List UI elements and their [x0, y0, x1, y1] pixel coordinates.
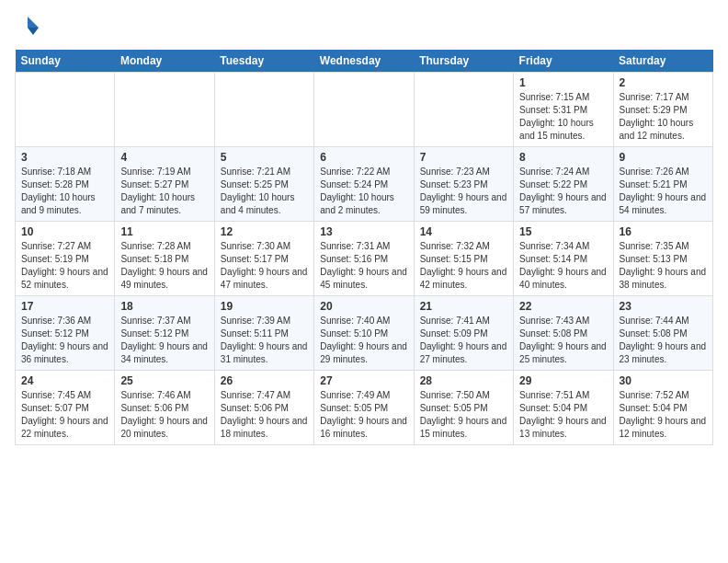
day-info: Sunrise: 7:45 AM Sunset: 5:07 PM Dayligh… — [21, 389, 108, 441]
day-number: 4 — [120, 151, 208, 164]
calendar-table: SundayMondayTuesdayWednesdayThursdayFrid… — [15, 50, 713, 445]
day-info: Sunrise: 7:35 AM Sunset: 5:13 PM Dayligh… — [620, 240, 707, 292]
day-number: 3 — [21, 151, 108, 164]
day-info: Sunrise: 7:46 AM Sunset: 5:06 PM Dayligh… — [120, 389, 208, 441]
day-cell: 25Sunrise: 7:46 AM Sunset: 5:06 PM Dayli… — [115, 371, 214, 445]
day-info: Sunrise: 7:15 AM Sunset: 5:31 PM Dayligh… — [519, 91, 607, 143]
day-cell: 1Sunrise: 7:15 AM Sunset: 5:31 PM Daylig… — [514, 73, 613, 147]
day-info: Sunrise: 7:47 AM Sunset: 5:06 PM Dayligh… — [221, 389, 308, 441]
day-number: 18 — [120, 300, 208, 313]
day-cell: 5Sunrise: 7:21 AM Sunset: 5:25 PM Daylig… — [214, 147, 313, 222]
day-number: 20 — [320, 300, 407, 313]
day-number: 11 — [120, 225, 208, 238]
day-cell — [314, 73, 414, 147]
day-info: Sunrise: 7:34 AM Sunset: 5:14 PM Dayligh… — [519, 240, 607, 292]
day-info: Sunrise: 7:43 AM Sunset: 5:08 PM Dayligh… — [519, 315, 607, 366]
day-cell: 13Sunrise: 7:31 AM Sunset: 5:16 PM Dayli… — [314, 222, 414, 296]
day-cell: 26Sunrise: 7:47 AM Sunset: 5:06 PM Dayli… — [214, 371, 313, 445]
day-number: 27 — [320, 374, 407, 387]
col-header-wednesday: Wednesday — [314, 50, 414, 73]
day-info: Sunrise: 7:37 AM Sunset: 5:12 PM Dayligh… — [120, 315, 208, 366]
col-header-thursday: Thursday — [414, 50, 513, 73]
day-info: Sunrise: 7:51 AM Sunset: 5:04 PM Dayligh… — [519, 389, 607, 441]
day-cell: 16Sunrise: 7:35 AM Sunset: 5:13 PM Dayli… — [613, 222, 712, 296]
day-cell: 23Sunrise: 7:44 AM Sunset: 5:08 PM Dayli… — [613, 296, 712, 371]
day-info: Sunrise: 7:18 AM Sunset: 5:28 PM Dayligh… — [21, 166, 108, 217]
day-number: 14 — [420, 225, 507, 238]
day-number: 28 — [420, 374, 507, 387]
day-cell: 17Sunrise: 7:36 AM Sunset: 5:12 PM Dayli… — [16, 296, 115, 371]
day-info: Sunrise: 7:49 AM Sunset: 5:05 PM Dayligh… — [320, 389, 407, 441]
day-number: 2 — [620, 76, 707, 89]
day-cell: 6Sunrise: 7:22 AM Sunset: 5:24 PM Daylig… — [314, 147, 414, 222]
day-info: Sunrise: 7:24 AM Sunset: 5:22 PM Dayligh… — [519, 166, 607, 217]
day-number: 19 — [221, 300, 308, 313]
day-cell: 8Sunrise: 7:24 AM Sunset: 5:22 PM Daylig… — [514, 147, 613, 222]
week-row-3: 10Sunrise: 7:27 AM Sunset: 5:19 PM Dayli… — [16, 222, 713, 296]
day-info: Sunrise: 7:19 AM Sunset: 5:27 PM Dayligh… — [120, 166, 208, 217]
week-row-5: 24Sunrise: 7:45 AM Sunset: 5:07 PM Dayli… — [16, 371, 713, 445]
col-header-monday: Monday — [115, 50, 214, 73]
day-cell: 4Sunrise: 7:19 AM Sunset: 5:27 PM Daylig… — [115, 147, 214, 222]
day-cell: 15Sunrise: 7:34 AM Sunset: 5:14 PM Dayli… — [514, 222, 613, 296]
day-cell: 2Sunrise: 7:17 AM Sunset: 5:29 PM Daylig… — [613, 73, 712, 147]
day-info: Sunrise: 7:44 AM Sunset: 5:08 PM Dayligh… — [620, 315, 707, 366]
day-cell: 7Sunrise: 7:23 AM Sunset: 5:23 PM Daylig… — [414, 147, 513, 222]
day-number: 25 — [120, 374, 208, 387]
day-number: 9 — [620, 151, 707, 164]
col-header-sunday: Sunday — [16, 50, 115, 73]
day-cell: 18Sunrise: 7:37 AM Sunset: 5:12 PM Dayli… — [115, 296, 214, 371]
day-number: 12 — [221, 225, 308, 238]
day-info: Sunrise: 7:23 AM Sunset: 5:23 PM Dayligh… — [420, 166, 507, 217]
day-number: 23 — [620, 300, 707, 313]
logo-icon — [15, 15, 40, 40]
day-info: Sunrise: 7:39 AM Sunset: 5:11 PM Dayligh… — [221, 315, 308, 366]
day-number: 30 — [620, 374, 707, 387]
page-header — [15, 15, 713, 40]
day-cell — [16, 73, 115, 147]
col-header-tuesday: Tuesday — [214, 50, 313, 73]
day-cell: 27Sunrise: 7:49 AM Sunset: 5:05 PM Dayli… — [314, 371, 414, 445]
svg-marker-0 — [28, 17, 39, 28]
svg-marker-1 — [28, 28, 39, 35]
day-number: 26 — [221, 374, 308, 387]
day-info: Sunrise: 7:52 AM Sunset: 5:04 PM Dayligh… — [620, 389, 707, 441]
day-number: 24 — [21, 374, 108, 387]
day-cell: 28Sunrise: 7:50 AM Sunset: 5:05 PM Dayli… — [414, 371, 513, 445]
logo — [15, 15, 44, 40]
day-info: Sunrise: 7:31 AM Sunset: 5:16 PM Dayligh… — [320, 240, 407, 292]
week-row-1: 1Sunrise: 7:15 AM Sunset: 5:31 PM Daylig… — [16, 73, 713, 147]
day-info: Sunrise: 7:22 AM Sunset: 5:24 PM Dayligh… — [320, 166, 407, 217]
day-info: Sunrise: 7:32 AM Sunset: 5:15 PM Dayligh… — [420, 240, 507, 292]
day-info: Sunrise: 7:41 AM Sunset: 5:09 PM Dayligh… — [420, 315, 507, 366]
day-info: Sunrise: 7:21 AM Sunset: 5:25 PM Dayligh… — [221, 166, 308, 217]
day-cell: 24Sunrise: 7:45 AM Sunset: 5:07 PM Dayli… — [16, 371, 115, 445]
day-info: Sunrise: 7:27 AM Sunset: 5:19 PM Dayligh… — [21, 240, 108, 292]
header-row: SundayMondayTuesdayWednesdayThursdayFrid… — [16, 50, 713, 73]
day-cell: 11Sunrise: 7:28 AM Sunset: 5:18 PM Dayli… — [115, 222, 214, 296]
day-number: 22 — [519, 300, 607, 313]
col-header-friday: Friday — [514, 50, 613, 73]
day-number: 7 — [420, 151, 507, 164]
day-cell: 29Sunrise: 7:51 AM Sunset: 5:04 PM Dayli… — [514, 371, 613, 445]
day-cell: 21Sunrise: 7:41 AM Sunset: 5:09 PM Dayli… — [414, 296, 513, 371]
day-cell: 10Sunrise: 7:27 AM Sunset: 5:19 PM Dayli… — [16, 222, 115, 296]
day-info: Sunrise: 7:40 AM Sunset: 5:10 PM Dayligh… — [320, 315, 407, 366]
day-info: Sunrise: 7:17 AM Sunset: 5:29 PM Dayligh… — [620, 91, 707, 143]
day-number: 6 — [320, 151, 407, 164]
day-cell: 19Sunrise: 7:39 AM Sunset: 5:11 PM Dayli… — [214, 296, 313, 371]
day-info: Sunrise: 7:28 AM Sunset: 5:18 PM Dayligh… — [120, 240, 208, 292]
day-cell: 20Sunrise: 7:40 AM Sunset: 5:10 PM Dayli… — [314, 296, 414, 371]
day-info: Sunrise: 7:36 AM Sunset: 5:12 PM Dayligh… — [21, 315, 108, 366]
day-number: 10 — [21, 225, 108, 238]
day-number: 1 — [519, 76, 607, 89]
day-cell: 3Sunrise: 7:18 AM Sunset: 5:28 PM Daylig… — [16, 147, 115, 222]
day-cell: 14Sunrise: 7:32 AM Sunset: 5:15 PM Dayli… — [414, 222, 513, 296]
day-number: 15 — [519, 225, 607, 238]
day-number: 21 — [420, 300, 507, 313]
day-number: 17 — [21, 300, 108, 313]
week-row-4: 17Sunrise: 7:36 AM Sunset: 5:12 PM Dayli… — [16, 296, 713, 371]
day-number: 8 — [519, 151, 607, 164]
day-cell: 9Sunrise: 7:26 AM Sunset: 5:21 PM Daylig… — [613, 147, 712, 222]
day-number: 5 — [221, 151, 308, 164]
